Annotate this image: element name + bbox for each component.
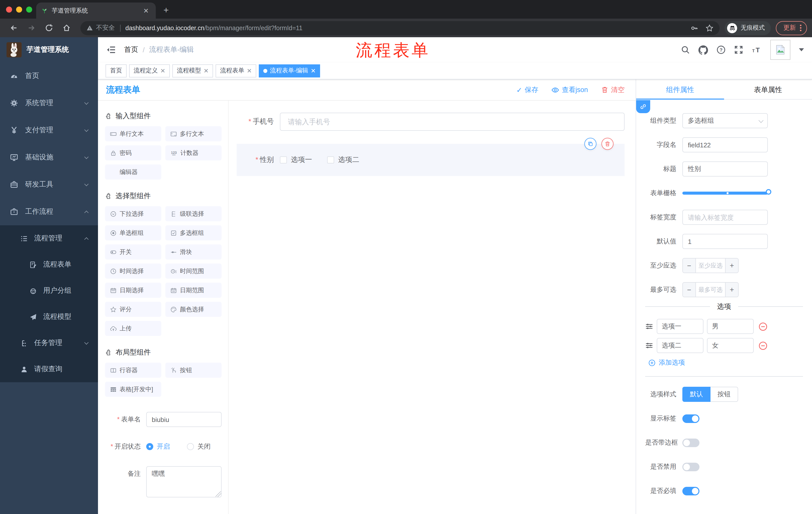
drag-handle-icon[interactable] (645, 342, 653, 350)
tag-home[interactable]: 首页 (106, 64, 127, 77)
component-row-container[interactable]: 行容器 (105, 362, 161, 378)
component-button[interactable]: 按钮 (165, 362, 222, 378)
component-time-range[interactable]: 时间范围 (165, 264, 222, 279)
component-counter[interactable]: 123 计数器 (165, 145, 222, 160)
component-color-picker[interactable]: 颜色选择 (165, 302, 222, 317)
delete-field-button[interactable] (602, 138, 613, 150)
phone-input[interactable] (280, 113, 625, 131)
component-editor[interactable]: 编辑器 (105, 164, 161, 180)
sidebar-item-process-model[interactable]: 流程模型 (0, 304, 98, 330)
tab-component-props[interactable]: 组件属性 (636, 79, 724, 99)
grid-slider[interactable] (683, 186, 768, 201)
clear-button[interactable]: 清空 (601, 85, 625, 94)
component-radio-group[interactable]: 单选框组 (105, 225, 161, 240)
style-button-button[interactable]: 按钮 (710, 387, 738, 402)
sidebar-item-workflow[interactable]: 工作流程 (0, 198, 98, 225)
tag-process-model[interactable]: 流程模型✕ (172, 64, 213, 77)
tag-close-icon[interactable]: ✕ (160, 67, 165, 74)
url-text[interactable]: dashboard.yudao.iocoder.cn/bpm/manager/f… (125, 24, 302, 31)
component-password[interactable]: 密码 (105, 145, 161, 160)
window-close-button[interactable] (6, 6, 12, 12)
title-input[interactable] (683, 161, 768, 177)
slider-handle[interactable] (766, 189, 771, 195)
canvas-field-phone[interactable]: *手机号 (237, 113, 625, 131)
default-value-input[interactable] (683, 234, 768, 249)
tag-process-definition[interactable]: 流程定义✕ (129, 64, 170, 77)
browser-menu-icon[interactable] (800, 25, 802, 31)
component-switch[interactable]: 开关 (105, 244, 161, 260)
component-table[interactable]: 表格[开发中] (105, 382, 161, 397)
sidebar-collapse-icon[interactable] (106, 45, 116, 55)
search-icon[interactable] (681, 45, 690, 54)
label-width-input[interactable] (683, 210, 768, 225)
save-button[interactable]: ✓ 保存 (516, 85, 538, 94)
stepper-decrease-button[interactable]: − (683, 259, 696, 273)
component-date-picker[interactable]: 日期选择 (105, 283, 161, 298)
component-multi-line-text[interactable]: 多行文本 (165, 126, 222, 141)
sidebar-item-process-mgmt[interactable]: 流程管理 (0, 225, 98, 251)
panel-link-handle[interactable] (636, 100, 650, 113)
sidebar-item-user-group[interactable]: 用户分组 (0, 278, 98, 304)
max-select-placeholder[interactable]: 最多可选 (696, 283, 725, 297)
tag-close-icon[interactable]: ✕ (311, 67, 316, 74)
add-option-button[interactable]: 添加选项 (648, 358, 812, 367)
remove-option-button[interactable] (758, 322, 768, 331)
view-json-button[interactable]: 查看json (551, 85, 588, 94)
security-status[interactable]: 不安全 (86, 24, 115, 32)
stepper-increase-button[interactable]: ＋ (725, 283, 738, 297)
form-name-input[interactable] (146, 412, 222, 427)
back-icon[interactable] (9, 24, 18, 32)
min-select-placeholder[interactable]: 至少应选 (696, 259, 725, 273)
component-cascader[interactable]: 级联选择 (165, 206, 222, 221)
tag-process-form-edit[interactable]: 流程表单-编辑✕ (259, 64, 320, 77)
sidebar-item-system[interactable]: 系统管理 (0, 89, 98, 117)
sidebar-item-infra[interactable]: 基础设施 (0, 144, 98, 171)
browser-update-button[interactable]: 更新 (776, 21, 807, 35)
tab-form-props[interactable]: 表单属性 (724, 79, 812, 99)
border-switch[interactable] (683, 438, 699, 447)
option-value-input[interactable] (707, 319, 754, 334)
new-tab-button[interactable]: ＋ (162, 4, 170, 16)
help-icon[interactable]: ? (717, 45, 726, 54)
breadcrumb-home[interactable]: 首页 (124, 45, 138, 54)
sidebar-item-home[interactable]: 首页 (0, 62, 98, 89)
sidebar-item-devtools[interactable]: 研发工具 (0, 171, 98, 198)
remove-option-button[interactable] (758, 341, 768, 350)
required-switch[interactable] (683, 487, 699, 495)
checkbox-unchecked[interactable] (280, 156, 287, 163)
component-date-range[interactable]: 日期范围 (165, 283, 222, 298)
component-rate[interactable]: 评分 (105, 302, 161, 317)
home-icon[interactable] (62, 24, 71, 32)
option-value-input[interactable] (707, 338, 754, 353)
gender-option-1[interactable]: 选项一 (280, 155, 312, 164)
checkbox-unchecked[interactable] (327, 156, 334, 163)
sidebar-item-payment[interactable]: 支付管理 (0, 117, 98, 144)
component-single-line-text[interactable]: 单行文本 (105, 126, 161, 141)
canvas-field-gender-selected[interactable]: *性别 选项一 选项二 (237, 144, 625, 176)
component-slider[interactable]: 滑块 (165, 244, 222, 260)
window-minimize-button[interactable] (16, 6, 22, 12)
tag-close-icon[interactable]: ✕ (247, 67, 252, 74)
component-type-value[interactable] (683, 113, 768, 128)
style-default-button[interactable]: 默认 (683, 387, 710, 402)
password-key-icon[interactable] (690, 24, 698, 32)
gender-option-2[interactable]: 选项二 (327, 155, 359, 164)
radio-on[interactable] (146, 443, 153, 450)
tag-close-icon[interactable]: ✕ (203, 67, 208, 74)
browser-tab[interactable]: 芋道管理系统 ✕ (36, 2, 156, 19)
fullscreen-icon[interactable] (734, 45, 743, 54)
avatar[interactable] (770, 40, 790, 60)
disabled-switch[interactable] (683, 462, 699, 471)
sidebar-item-process-form[interactable]: 流程表单 (0, 251, 98, 278)
option-label-input[interactable] (657, 319, 703, 334)
component-upload[interactable]: 上传 (105, 321, 161, 336)
option-label-input[interactable] (657, 338, 703, 353)
component-select[interactable]: 下拉选择 (105, 206, 161, 221)
bookmark-star-icon[interactable] (705, 24, 714, 32)
window-controls[interactable] (6, 6, 32, 12)
component-checkbox-group[interactable]: 多选框组 (165, 225, 222, 240)
show-label-switch[interactable] (683, 414, 699, 423)
tab-close-icon[interactable]: ✕ (141, 7, 151, 14)
component-time-picker[interactable]: 时间选择 (105, 264, 161, 279)
sidebar-item-task-mgmt[interactable]: 任务管理 (0, 330, 98, 356)
